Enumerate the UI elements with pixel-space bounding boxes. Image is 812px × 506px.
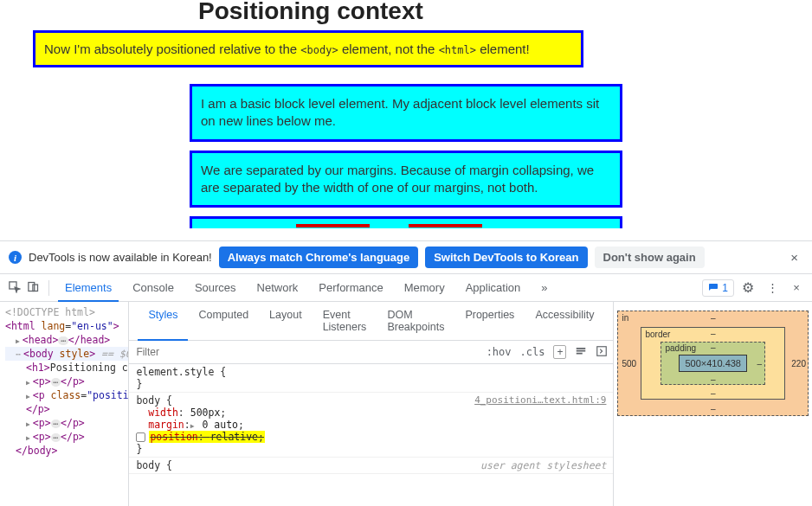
dom-p-positioned[interactable]: <p class="positioned" [5,388,128,402]
device-toolbar-icon[interactable] [24,280,42,296]
language-banner: i DevTools is now available in Korean! A… [0,240,812,274]
tab-application[interactable]: Application [455,274,532,301]
new-style-rule-button[interactable]: + [553,345,566,359]
tab-memory[interactable]: Memory [394,274,455,301]
tab-network[interactable]: Network [247,274,309,301]
dom-html-open[interactable]: <html lang="en-us"> [5,319,128,333]
inline-element-highlight [296,224,370,227]
paragraph-2: We are separated by our margins. Because… [190,151,622,208]
rule-element-style[interactable]: element.style {} [129,364,613,393]
dom-body-selected[interactable]: <body style> == $0 [5,347,128,361]
dom-p-close[interactable]: </p> [5,402,128,416]
ua-stylesheet-label: user agent stylesheet [480,459,606,471]
positioned-paragraph: Now I'm absolutely positioned relative t… [33,30,583,67]
subtab-dom-breakpoints[interactable]: DOM Breakpoints [377,302,454,340]
dom-doctype[interactable]: <!DOCTYPE html> [5,305,128,319]
code-body: <body> [300,44,338,56]
switch-devtools-language-button[interactable]: Switch DevTools to Korean [425,247,587,268]
flex-overlay-icon[interactable] [596,345,608,360]
computed-styles-toggle-icon[interactable] [575,345,587,360]
text: element! [476,42,530,56]
text: element, not the [338,42,439,56]
tab-performance[interactable]: Performance [308,274,393,301]
styles-panel: Styles Computed Layout Event Listeners D… [129,302,614,506]
text: Now I'm absolutely positioned relative t… [44,42,300,56]
paragraph-1: I am a basic block level element. My adj… [190,84,622,142]
dont-show-again-button[interactable]: Don't show again [595,247,705,268]
box-model-content[interactable]: 500×410.438 [679,355,747,372]
banner-text: DevTools is now available in Korean! [29,251,212,264]
close-devtools-icon[interactable]: × [788,281,805,294]
always-match-language-button[interactable]: Always match Chrome's language [219,247,418,268]
rule-body-ua[interactable]: user agent stylesheet body { [129,458,613,474]
subtab-accessibility[interactable]: Accessibility [525,302,604,340]
dom-p4[interactable]: <p>⋯</p> [5,430,128,444]
dom-h1[interactable]: <h1>Positioning conte [5,361,128,375]
inline-element-highlight [409,224,482,227]
property-toggle-checkbox[interactable] [136,432,145,442]
styles-filter-row: :hov .cls + [129,341,613,364]
subtab-event-listeners[interactable]: Event Listeners [313,302,377,340]
settings-icon[interactable]: ⚙ [739,279,757,296]
subtab-properties[interactable]: Properties [454,302,525,340]
tab-console[interactable]: Console [122,274,184,301]
paragraph-3-partial [190,216,622,228]
close-icon[interactable]: × [785,250,803,265]
dom-p3[interactable]: <p>⋯</p> [5,416,128,430]
box-model-border[interactable]: border – – padding – – – 500×410.438 [641,327,785,400]
styles-subtabs: Styles Computed Layout Event Listeners D… [129,302,613,341]
dom-body-close[interactable]: </body> [5,444,128,458]
box-model-padding[interactable]: padding – – – 500×410.438 [661,342,765,385]
page-title: Positioning context [190,0,622,25]
issues-count: 1 [722,282,728,294]
more-tabs-button[interactable]: » [531,274,557,301]
box-model-panel[interactable]: in – – 500 220 border – – padding – – – … [614,302,812,506]
subtab-computed[interactable]: Computed [188,302,259,340]
hov-toggle[interactable]: :hov [487,346,512,358]
inspect-element-icon[interactable] [5,280,23,296]
dom-head[interactable]: <head>⋯</head> [5,333,128,347]
rule-source-link[interactable]: 4_positioni…text.html:9 [474,394,606,406]
cls-toggle[interactable]: .cls [520,346,545,358]
dom-tree-panel[interactable]: <!DOCTYPE html> <html lang="en-us"> <hea… [0,302,129,506]
subtab-layout[interactable]: Layout [259,302,313,340]
kebab-menu-icon[interactable]: ⋮ [764,281,781,294]
dom-p1[interactable]: <p>⋯</p> [5,375,128,388]
styles-filter-input[interactable] [134,343,486,361]
svg-rect-2 [32,285,37,291]
styles-rules-list[interactable]: element.style {} 4_positioni…text.html:9… [129,364,613,506]
subtab-styles[interactable]: Styles [138,302,188,341]
issues-badge[interactable]: 1 [702,279,734,297]
svg-rect-1 [28,282,34,291]
rendered-page: Positioning context Now I'm absolutely p… [0,0,812,240]
info-icon: i [9,251,22,264]
rule-body[interactable]: 4_positioni…text.html:9 body { width: 50… [129,393,613,458]
tab-sources[interactable]: Sources [184,274,247,301]
devtools-main-tabs: Elements Console Sources Network Perform… [0,274,812,302]
code-html: <html> [439,44,476,56]
tab-elements[interactable]: Elements [55,274,122,301]
box-model-margin[interactable]: in – – 500 220 border – – padding – – – … [617,311,809,416]
